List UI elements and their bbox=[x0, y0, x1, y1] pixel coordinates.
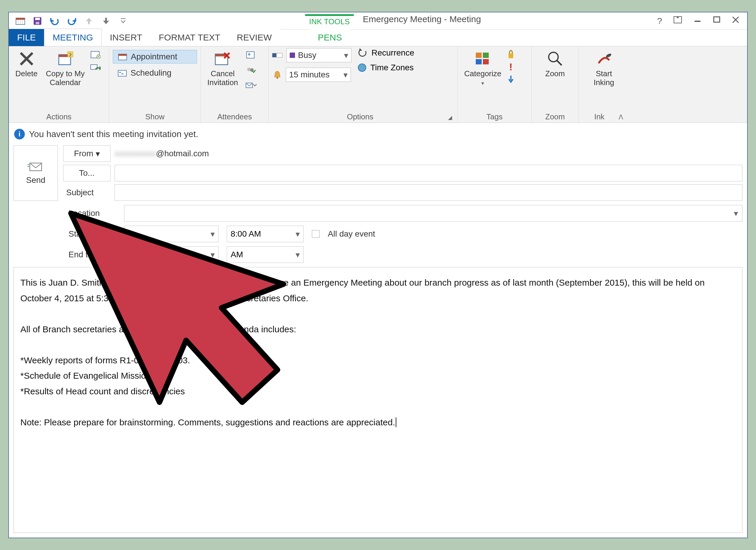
svg-rect-1 bbox=[16, 18, 25, 20]
svg-rect-44 bbox=[483, 59, 489, 64]
svg-rect-6 bbox=[35, 18, 40, 20]
close-icon[interactable] bbox=[732, 16, 739, 26]
location-field[interactable]: ▾ bbox=[124, 205, 742, 222]
group-ink-label: Ink bbox=[582, 110, 616, 121]
copy-calendar-icon bbox=[56, 50, 74, 68]
ink-pen-icon bbox=[595, 50, 613, 68]
reminder-combo[interactable]: 15 minutes▾ bbox=[286, 68, 351, 82]
all-day-checkbox[interactable] bbox=[312, 230, 320, 238]
high-importance-icon[interactable]: ! bbox=[509, 61, 512, 73]
cancel-invitation-button[interactable]: Cancel Invitation bbox=[204, 48, 241, 89]
svg-rect-38 bbox=[276, 53, 282, 57]
address-book-icon[interactable] bbox=[245, 51, 258, 59]
svg-point-39 bbox=[276, 77, 278, 79]
svg-rect-45 bbox=[509, 53, 513, 58]
low-importance-icon[interactable] bbox=[508, 75, 514, 84]
svg-point-46 bbox=[549, 52, 558, 62]
send-button[interactable]: Send bbox=[14, 145, 58, 201]
svg-rect-7 bbox=[36, 22, 39, 24]
calendar-icon[interactable] bbox=[15, 15, 26, 27]
start-inking-button[interactable]: Start Inking bbox=[591, 48, 617, 89]
svg-rect-32 bbox=[247, 52, 254, 58]
recurrence-icon bbox=[357, 48, 368, 58]
location-label: Location bbox=[69, 209, 116, 218]
tab-file[interactable]: FILE bbox=[9, 29, 44, 46]
scheduling-button[interactable]: Scheduling bbox=[113, 66, 197, 79]
options-dialog-launcher-icon[interactable]: ◢ bbox=[448, 114, 454, 121]
svg-rect-41 bbox=[476, 53, 482, 58]
zoom-icon bbox=[546, 50, 564, 68]
globe-icon bbox=[357, 63, 367, 72]
all-day-label: All day event bbox=[328, 229, 375, 239]
svg-rect-26 bbox=[119, 72, 121, 73]
ribbon-tab-strip: FILE MEETING INSERT FORMAT TEXT REVIEW P… bbox=[9, 30, 747, 46]
cancel-invite-icon bbox=[214, 50, 232, 68]
info-icon: i bbox=[14, 129, 25, 139]
group-options-label: Options bbox=[272, 110, 448, 121]
end-date-picker[interactable]: ▾ bbox=[124, 246, 219, 263]
message-body[interactable]: This is Juan D. Smith Local Secretary of… bbox=[14, 267, 742, 533]
meeting-window: INK TOOLS Emergency Meeting - Meeting ? … bbox=[8, 12, 748, 538]
maximize-icon[interactable] bbox=[713, 16, 721, 26]
group-tags-label: Tags bbox=[461, 110, 528, 121]
titlebar: INK TOOLS Emergency Meeting - Meeting ? bbox=[9, 12, 747, 30]
svg-point-34 bbox=[247, 68, 251, 71]
start-time-label: Start time bbox=[69, 229, 116, 239]
window-controls: ? bbox=[657, 16, 744, 26]
collapse-ribbon-icon[interactable]: ᐱ bbox=[616, 113, 625, 121]
subject-field[interactable] bbox=[115, 184, 742, 201]
recurrence-button[interactable]: Recurrence bbox=[357, 48, 414, 58]
info-bar: i You haven't sent this meeting invitati… bbox=[9, 123, 747, 145]
to-field[interactable] bbox=[115, 165, 742, 181]
tab-meeting[interactable]: MEETING bbox=[44, 29, 102, 46]
subject-label: Subject bbox=[63, 184, 110, 201]
end-time-picker[interactable]: AM▾ bbox=[227, 246, 304, 263]
down-arrow-icon[interactable] bbox=[100, 15, 112, 27]
copy-to-calendar-button[interactable]: Copy to My Calendar bbox=[43, 48, 88, 89]
start-date-picker[interactable]: ▾ bbox=[124, 226, 219, 242]
calendar-small-icon[interactable] bbox=[90, 50, 101, 59]
to-button[interactable]: To... bbox=[63, 165, 110, 181]
response-options-icon[interactable] bbox=[245, 81, 258, 90]
svg-rect-42 bbox=[483, 53, 489, 58]
svg-rect-27 bbox=[121, 73, 123, 74]
time-zones-button[interactable]: Time Zones bbox=[357, 63, 414, 72]
ribbon-options-icon[interactable] bbox=[673, 16, 682, 26]
appointment-button[interactable]: Appointment bbox=[113, 50, 197, 64]
forward-icon[interactable] bbox=[90, 63, 101, 72]
tab-insert[interactable]: INSERT bbox=[102, 29, 150, 46]
categorize-button[interactable]: Categorize ▾ bbox=[461, 48, 504, 88]
ribbon: Delete Copy to My Calendar Actions bbox=[9, 46, 747, 123]
svg-point-40 bbox=[358, 64, 366, 71]
show-as-icon bbox=[272, 51, 283, 60]
start-time-picker[interactable]: 8:00 AM▾ bbox=[227, 226, 304, 242]
help-icon[interactable]: ? bbox=[657, 16, 662, 26]
tab-format-text[interactable]: FORMAT TEXT bbox=[151, 29, 229, 46]
group-show-label: Show bbox=[113, 110, 197, 121]
private-lock-icon[interactable] bbox=[507, 49, 515, 59]
undo-icon[interactable] bbox=[49, 15, 60, 27]
zoom-button[interactable]: Zoom bbox=[542, 48, 568, 80]
from-button[interactable]: From ▾ bbox=[63, 145, 110, 162]
quick-access-toolbar bbox=[12, 15, 129, 27]
svg-point-21 bbox=[98, 56, 99, 57]
delete-button[interactable]: Delete bbox=[12, 48, 40, 80]
save-icon[interactable] bbox=[32, 15, 43, 27]
qat-customize-icon[interactable] bbox=[118, 15, 129, 27]
group-zoom-label: Zoom bbox=[535, 110, 575, 121]
scheduling-icon bbox=[117, 69, 128, 77]
send-envelope-icon bbox=[27, 161, 44, 173]
check-names-icon[interactable] bbox=[245, 66, 258, 75]
show-as-combo[interactable]: Busy▾ bbox=[286, 48, 351, 62]
delete-x-icon bbox=[18, 50, 35, 68]
tab-pens[interactable]: PENS bbox=[309, 29, 350, 46]
categorize-icon bbox=[474, 50, 492, 68]
window-title: Emergency Meeting - Meeting bbox=[363, 14, 481, 27]
ink-tools-contextual-tab: INK TOOLS bbox=[305, 14, 354, 27]
tab-review[interactable]: REVIEW bbox=[229, 29, 280, 46]
minimize-icon[interactable] bbox=[693, 16, 702, 26]
up-arrow-icon bbox=[83, 15, 95, 27]
redo-icon[interactable] bbox=[66, 15, 77, 27]
svg-rect-43 bbox=[476, 59, 482, 64]
group-attendees-label: Attendees bbox=[204, 110, 265, 121]
